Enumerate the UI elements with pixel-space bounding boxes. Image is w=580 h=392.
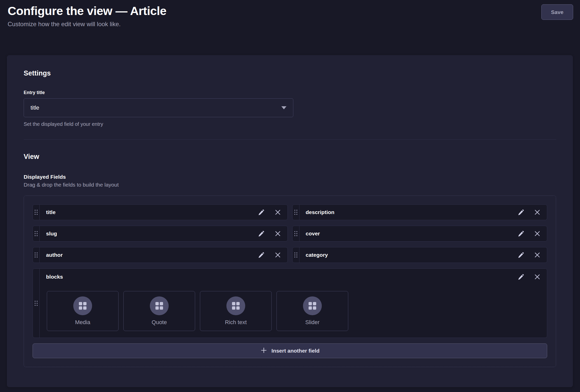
- field-name: blocks: [46, 274, 517, 280]
- edit-field-button[interactable]: [257, 230, 266, 238]
- pencil-icon: [518, 209, 525, 216]
- drag-handle[interactable]: [33, 269, 40, 338]
- remove-field-button[interactable]: [533, 251, 541, 259]
- component-label: Rich text: [225, 319, 247, 326]
- drag-handle-icon: [294, 252, 297, 258]
- close-icon: [534, 230, 541, 237]
- component-label: Media: [75, 319, 90, 326]
- entry-title-hint: Set the displayed field of your entry: [24, 121, 556, 127]
- remove-field-button[interactable]: [533, 230, 541, 238]
- field-card-blocks: blocks Media Quote: [33, 268, 547, 338]
- remove-field-button[interactable]: [274, 208, 282, 216]
- entry-title-select[interactable]: title: [24, 98, 293, 117]
- entry-title-label: Entry title: [24, 90, 556, 95]
- field-name: cover: [306, 231, 517, 237]
- displayed-fields-hint: Drag & drop the fields to build the layo…: [24, 182, 556, 188]
- settings-heading: Settings: [24, 69, 556, 77]
- page-title: Configure the view — Article: [8, 4, 572, 19]
- pencil-icon: [258, 209, 265, 216]
- component-grid-icon: [309, 302, 316, 310]
- drag-handle[interactable]: [293, 205, 299, 220]
- field-name: title: [46, 209, 257, 215]
- pencil-icon: [518, 230, 525, 237]
- field-name: slug: [46, 231, 257, 237]
- component-card-media[interactable]: Media: [47, 291, 119, 331]
- entry-title-selected-value: title: [31, 104, 39, 111]
- edit-field-button[interactable]: [517, 273, 525, 281]
- chevron-down-icon: [281, 106, 286, 109]
- entry-title-field: Entry title title Set the displayed fiel…: [24, 90, 556, 127]
- field-name: category: [306, 252, 517, 258]
- component-grid-icon: [79, 302, 86, 310]
- drag-handle[interactable]: [33, 226, 40, 241]
- close-icon: [534, 251, 541, 259]
- component-card-quote[interactable]: Quote: [123, 291, 195, 331]
- drag-handle[interactable]: [33, 205, 40, 220]
- section-divider: [24, 139, 556, 140]
- component-grid-icon: [155, 302, 163, 310]
- component-grid-icon: [232, 302, 240, 310]
- edit-field-button[interactable]: [257, 208, 266, 216]
- close-icon: [274, 251, 281, 259]
- close-icon: [274, 230, 281, 237]
- pencil-icon: [258, 230, 265, 237]
- remove-field-button[interactable]: [533, 208, 541, 216]
- field-card-author: author: [33, 247, 288, 263]
- pencil-icon: [258, 252, 265, 259]
- edit-field-button[interactable]: [517, 251, 525, 259]
- fields-dropzone: title description: [24, 195, 556, 367]
- remove-field-button[interactable]: [274, 251, 282, 259]
- remove-field-button[interactable]: [533, 273, 541, 281]
- fields-grid: title description: [33, 204, 547, 263]
- remove-field-button[interactable]: [274, 230, 282, 238]
- field-card-title: title: [33, 204, 288, 220]
- plus-icon: [260, 347, 267, 355]
- edit-field-button[interactable]: [517, 208, 525, 216]
- drag-handle-icon: [35, 301, 38, 306]
- pencil-icon: [518, 274, 525, 280]
- close-icon: [534, 209, 541, 216]
- field-card-description: description: [292, 204, 547, 220]
- displayed-fields-heading: Displayed Fields: [24, 174, 556, 180]
- field-card-cover: cover: [292, 226, 547, 242]
- component-card-rich-text[interactable]: Rich text: [200, 291, 272, 331]
- page-header: Configure the view — Article Customize h…: [0, 0, 580, 55]
- field-name: description: [306, 209, 517, 215]
- view-heading: View: [24, 153, 556, 161]
- pencil-icon: [518, 252, 525, 259]
- field-name: author: [46, 252, 257, 258]
- drag-handle-icon: [294, 210, 297, 215]
- close-icon: [534, 273, 541, 280]
- blocks-components-row: Media Quote Rich text Slider: [46, 291, 541, 331]
- drag-handle-icon: [35, 210, 38, 215]
- insert-another-field-button[interactable]: Insert another field: [33, 343, 547, 358]
- save-button[interactable]: Save: [541, 4, 573, 20]
- component-label: Quote: [152, 319, 167, 326]
- component-label: Slider: [305, 319, 320, 326]
- drag-handle-icon: [35, 231, 38, 236]
- page-subtitle: Customize how the edit view will look li…: [8, 21, 572, 28]
- insert-another-field-label: Insert another field: [271, 348, 320, 354]
- drag-handle-icon: [294, 231, 297, 236]
- edit-field-button[interactable]: [257, 251, 266, 259]
- drag-handle[interactable]: [293, 226, 299, 241]
- drag-handle-icon: [35, 252, 38, 258]
- configure-view-panel: Settings Entry title title Set the displ…: [7, 55, 573, 387]
- component-card-slider[interactable]: Slider: [277, 291, 348, 331]
- field-card-category: category: [292, 247, 547, 263]
- close-icon: [274, 209, 281, 216]
- drag-handle[interactable]: [33, 247, 40, 263]
- drag-handle[interactable]: [293, 247, 299, 263]
- field-card-slug: slug: [33, 226, 288, 242]
- edit-field-button[interactable]: [517, 230, 525, 238]
